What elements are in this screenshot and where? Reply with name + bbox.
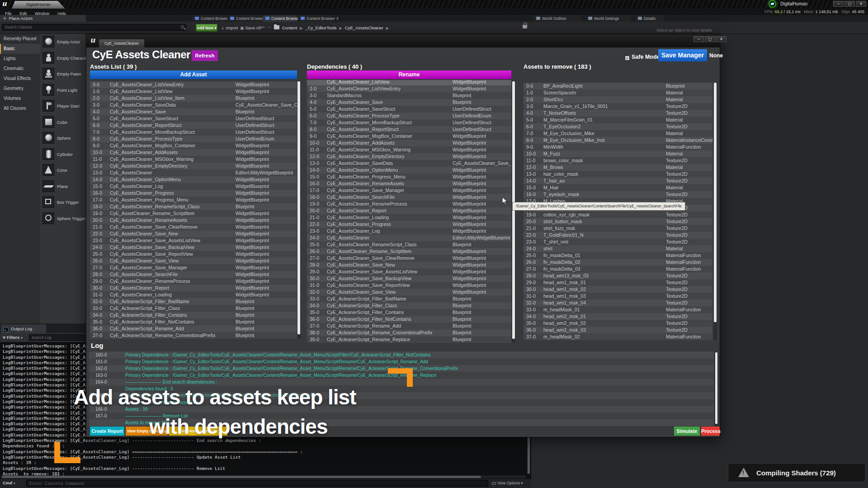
asset-row[interactable]: 11-0 CyE_AssetsCleaner_MSGbox_Warning Wi… bbox=[90, 156, 297, 163]
dependency-row[interactable]: 32-0 CyE_AssetsCleaner_Save_View WidgetB… bbox=[307, 289, 511, 296]
remove-asset-row[interactable]: 34-0 head_wm2_msk_01 Texture2D bbox=[524, 313, 712, 320]
dependency-row[interactable]: 17-0 CyE_AssetsCleaner_Save_Manager Widg… bbox=[307, 187, 511, 194]
dependency-row[interactable]: 33-0 CyE_AcleanerScript_Filter_BadName B… bbox=[307, 296, 511, 302]
checkbox-checked-icon[interactable]: ✓ bbox=[625, 56, 630, 61]
remove-asset-row[interactable]: 30-0 head_wm1_msk_02 Texture2D bbox=[524, 286, 712, 293]
nav-arrows[interactable]: ← → bbox=[261, 24, 271, 30]
dependency-row[interactable]: 10-0 CyE_AssetsCleaner_AddAssets WidgetB… bbox=[307, 140, 511, 146]
lock-icon[interactable] bbox=[523, 25, 527, 28]
asset-row[interactable]: 16-0 CyE_AssetsCleaner_Progress WidgetBl… bbox=[90, 190, 297, 197]
category-item[interactable]: Volumes bbox=[0, 94, 40, 103]
asset-row[interactable]: 30-0 CyE_AssetsCleaner_Report WidgetBlue… bbox=[90, 285, 297, 291]
breadcrumb-item[interactable]: CyE_AssetsCleaner bbox=[345, 25, 383, 30]
remove-asset-row[interactable]: 15-0 M_Hair Material bbox=[524, 184, 712, 191]
asset-row[interactable]: 13-0 CyE_AssetsCleaner EditorUtilityWidg… bbox=[90, 169, 297, 176]
dependency-row[interactable]: 4-0 CyE_AssetsCleaner_Save Blueprint bbox=[307, 99, 511, 106]
remove-asset-row[interactable]: 24-0 shirt Material bbox=[524, 245, 712, 252]
asset-row[interactable]: 8-0 CyE_AssetsCleaner_ProcessType UserDe… bbox=[90, 136, 297, 142]
placeable-actor-item[interactable]: Cylinder bbox=[40, 146, 86, 163]
remove-asset-row[interactable]: 5-0 M_MarcieFilmGrain_01 Material bbox=[524, 117, 712, 123]
dependency-row[interactable]: 7-0 CyE_AssetsCleaner_MoveBackupStruct U… bbox=[307, 119, 511, 126]
window-minimize-button[interactable]: – bbox=[693, 36, 704, 42]
dependency-row[interactable]: 24-0 CyE_AssetsCleaner EditorUtilityWidg… bbox=[307, 235, 511, 241]
asset-row[interactable]: 21-0 CyE_AssetsCleaner_Save_ClearRemove … bbox=[90, 224, 297, 230]
search-classes-input[interactable]: Search Classes bbox=[2, 24, 186, 31]
dependency-row[interactable]: 36-0 CyE_AcleanerScript_Filter_NotContai… bbox=[307, 316, 511, 323]
dependency-row[interactable]: 37-0 CyE_AcleanerScript_Rename_Add Bluep… bbox=[307, 323, 511, 329]
asset-row[interactable]: 12-0 CyE_AssetsCleaner_EmptyDirectory Wi… bbox=[90, 163, 297, 169]
dependency-row[interactable]: 28-0 CyE_AssetsCleaner_Save_New WidgetBl… bbox=[307, 262, 511, 268]
dependency-row[interactable]: 16-0 CyE_AssetsCleaner_RenameAssets Widg… bbox=[307, 180, 511, 187]
asset-row[interactable]: 27-0 CyE_AssetsCleaner_Save_Manager Widg… bbox=[90, 264, 297, 271]
remove-asset-row[interactable]: 16-0 T_eyelash_mask Texture2D bbox=[524, 191, 712, 198]
asset-row[interactable]: 31-0 CyE_AssetsCleaner_Loading WidgetBlu… bbox=[90, 291, 297, 298]
asset-row[interactable]: 6-0 CyE_AssetsCleaner_ReportStruct UserD… bbox=[90, 122, 297, 129]
asset-row[interactable]: 4-0 CyE_AssetsCleaner_Save Blueprint bbox=[90, 108, 297, 115]
category-item[interactable]: Lights bbox=[0, 54, 40, 64]
remove-asset-row[interactable]: 32-0 head_wm1_msk_04 Texture2D bbox=[524, 300, 712, 306]
remove-asset-row[interactable]: 20-0 shirt_button_mask Texture2D bbox=[524, 218, 712, 225]
dependency-row[interactable]: 8-0 CyE_AssetsCleaner_ReportStruct UserD… bbox=[307, 126, 511, 133]
asset-row[interactable]: 15-0 CyE_AssetsCleaner_Log WidgetBluepri… bbox=[90, 183, 297, 190]
placeable-actor-item[interactable]: Plane bbox=[40, 178, 86, 195]
dependency-row[interactable]: 13-0 CyE_AssetsCleaner_SaveData CyE_Asse… bbox=[307, 160, 511, 167]
dependency-row[interactable]: 2-0 CyE_AssetsCleaner_ListViewEntry Widg… bbox=[307, 85, 511, 92]
remove-asset-row[interactable]: 23-0 T_shirt_nml Texture2D bbox=[524, 239, 712, 245]
tab-content-browser-2[interactable]: Content Browser 2 bbox=[263, 15, 297, 22]
remove-asset-row[interactable]: 4-0 T_NoiseOffsets Texture2D bbox=[524, 110, 712, 117]
remove-asset-row[interactable]: 36-0 head_wm2_msk_03 Texture2D bbox=[524, 327, 712, 333]
placeable-actor-item[interactable]: Player Start bbox=[40, 98, 86, 114]
tab-world-settings[interactable]: World Settings bbox=[585, 15, 631, 22]
asset-row[interactable]: 1-0 CyE_AssetsCleaner_ListView WidgetBlu… bbox=[90, 88, 297, 95]
dependency-row[interactable]: 21-0 CyE_AssetsCleaner_Loading WidgetBlu… bbox=[307, 214, 511, 221]
dependency-row[interactable]: 14-0 CyE_AssetsCleaner_OptionMenu Widget… bbox=[307, 167, 511, 174]
remove-asset-row[interactable]: 7-0 M_Eye_Occlusion_Mike Material bbox=[524, 130, 712, 137]
remove-asset-row[interactable]: 31-0 head_wm1_msk_03 Texture2D bbox=[524, 293, 712, 300]
remove-asset-row[interactable]: 29-0 head_wm1_msk_01 Texture2D bbox=[524, 279, 712, 286]
remove-asset-row[interactable]: 11-0 brows_color_mask Texture2D bbox=[524, 157, 712, 164]
asset-row[interactable]: 7-0 CyE_AssetsCleaner_MoveBackupStruct U… bbox=[90, 129, 297, 136]
asset-row[interactable]: 0-0 CyE_AssetsCleaner_ListViewEntry Widg… bbox=[90, 81, 297, 88]
asset-row[interactable]: 10-0 CyE_AssetsCleaner_AddAssets WidgetB… bbox=[90, 149, 297, 156]
tab-content-browser-3[interactable]: Content Browser 3 bbox=[298, 15, 332, 22]
remove-asset-row[interactable]: 3-0 Marcie_Grain_v1_1kTile_0001 Texture2… bbox=[524, 103, 712, 110]
asset-row[interactable]: 26-0 CyE_AssetsCleaner_Save_View WidgetB… bbox=[90, 258, 297, 264]
dependency-row[interactable]: 15-0 CyE_AssetsCleaner_Progress_Menu Wid… bbox=[307, 174, 511, 180]
rename-button[interactable]: Rename bbox=[307, 70, 511, 79]
dependency-row[interactable]: 29-0 CyE_AssetsCleaner_Save_AssetsListVi… bbox=[307, 268, 511, 275]
assets-list-scrollbar[interactable] bbox=[297, 81, 301, 339]
add-asset-button[interactable]: Add Asset bbox=[90, 70, 297, 79]
dependencies-scrollbar[interactable] bbox=[512, 81, 515, 343]
remove-asset-row[interactable]: 13-0 hair_color_mask Texture2D bbox=[524, 171, 712, 178]
asset-row[interactable]: 29-0 CyE_AssetsCleaner_RenameProcess Wid… bbox=[90, 278, 297, 285]
log-row[interactable]: 160-0 Primary Dependencie : /Game/_Cy_Ed… bbox=[89, 352, 714, 358]
breadcrumb-item[interactable]: _Cy_EditorTools bbox=[305, 25, 336, 30]
dependency-row[interactable]: 31-0 CyE_AssetsCleaner_Save_ReportView W… bbox=[307, 282, 511, 289]
dependency-row[interactable]: 27-0 CyE_AssetsCleaner_Save_ClearRemove … bbox=[307, 255, 511, 262]
dependency-row[interactable]: 5-0 CyE_AssetsCleaner_SaveStruct UserDef… bbox=[307, 106, 511, 113]
asset-row[interactable]: 36-0 CyE_AcleanerScript_Rename_Add Bluep… bbox=[90, 325, 297, 332]
placeable-actor-item[interactable]: Empty Character bbox=[40, 50, 86, 66]
dependency-row[interactable]: 18-0 CyE_AssetsCleaner_SearchFile Widget… bbox=[307, 194, 511, 201]
close-button[interactable]: × bbox=[856, 1, 866, 7]
remove-asset-row[interactable]: 0-0 BP_AreaRectLight Blueprint bbox=[524, 83, 712, 89]
asset-row[interactable]: 33-0 CyE_AcleanerScript_Filter_Class Blu… bbox=[90, 305, 297, 312]
asset-row[interactable]: 32-0 CyE_AcleanerScript_Filter_BadName B… bbox=[90, 298, 297, 305]
placeable-actor-item[interactable]: Cone bbox=[40, 162, 86, 178]
dependency-row[interactable]: 34-0 CyE_AcleanerScript_Filter_Class Blu… bbox=[307, 302, 511, 309]
dependency-row[interactable]: 6-0 CyE_AssetsCleaner_ProcessType UserDe… bbox=[307, 113, 511, 119]
window-close-button[interactable]: × bbox=[716, 36, 726, 42]
asset-row[interactable]: 28-0 CyE_AssetsCleaner_SearchFile Widget… bbox=[90, 271, 297, 278]
asset-row[interactable]: 14-0 CyE_AssetsCleaner_OptionMenu Widget… bbox=[90, 176, 297, 183]
simulate-button[interactable]: Simulate bbox=[674, 427, 700, 436]
placeable-actor-item[interactable]: Cube bbox=[40, 114, 86, 131]
placeable-actor-item[interactable]: Empty Pawn bbox=[40, 66, 86, 82]
dependency-row[interactable]: 20-0 CyE_AssetsCleaner_Report WidgetBlue… bbox=[307, 207, 511, 214]
placeable-actor-item[interactable]: Empty Actor bbox=[40, 34, 86, 50]
remove-asset-row[interactable]: 2-0 ShortOcc Material bbox=[524, 96, 712, 103]
dependency-row[interactable]: 12-0 CyE_AssetsCleaner_EmptyDirectory Wi… bbox=[307, 153, 511, 160]
console-command-input[interactable]: Enter Console Command bbox=[26, 480, 488, 487]
dependency-row[interactable]: 38-0 CyE_AcleanerScript_Rename_Conventio… bbox=[307, 329, 511, 336]
asset-row[interactable]: 18-0 CyE_AssetsCleaner_RenameScript_Clas… bbox=[90, 203, 297, 210]
remove-asset-row[interactable]: 1-0 ScreenSpaceIrr Material bbox=[524, 89, 712, 96]
